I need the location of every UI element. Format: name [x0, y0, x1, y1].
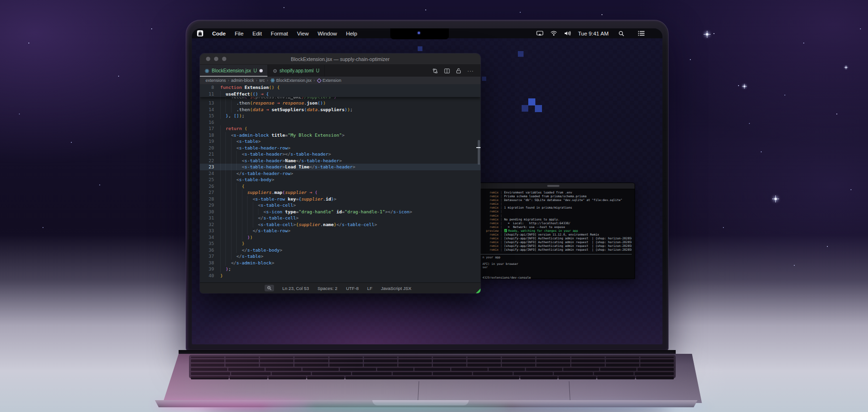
more-actions-icon[interactable]: ··· — [467, 68, 474, 74]
key — [364, 359, 397, 362]
blue-glow — [510, 404, 709, 410]
overview-ruler-marker — [476, 147, 481, 148]
git-status-badge: U — [316, 68, 319, 73]
chevron-right-icon: › — [256, 78, 258, 83]
react-icon — [270, 78, 275, 83]
key — [260, 363, 293, 367]
terminal-fragment — [482, 259, 632, 262]
key — [433, 372, 472, 375]
code-editor-window[interactable]: BlockExtension.jsx — supply-chain-optimi… — [200, 53, 481, 293]
star-sparkle — [774, 198, 777, 200]
line-number: 31 — [200, 215, 220, 221]
terminal-divider — [473, 254, 632, 254]
breadcrumb-item[interactable]: src — [259, 78, 265, 83]
terminal-fragment: API) in your browser — [482, 262, 632, 265]
code-line: 36</s-table-body> — [200, 247, 481, 254]
key — [554, 372, 593, 375]
key — [329, 359, 363, 362]
spotlight-search-icon[interactable] — [619, 31, 624, 36]
wallpaper-pixel — [482, 77, 486, 81]
volume-icon[interactable] — [564, 31, 571, 36]
terminal-fragment: ser — [482, 265, 632, 269]
keyboard-row — [191, 372, 674, 375]
menu-item-code[interactable]: Code — [212, 31, 226, 36]
editor-titlebar[interactable]: BlockExtension.jsx — supply-chain-optimi… — [200, 53, 481, 65]
key — [398, 363, 432, 367]
line-number: 23 — [200, 164, 220, 170]
breadcrumb-item[interactable]: BlockExtension.jsx — [270, 78, 312, 83]
terminal-line: remix| ➜ Local: http://localhost:64330/ — [480, 221, 632, 225]
menu-item-edit[interactable]: Edit — [252, 31, 262, 36]
screen-mirroring-icon[interactable] — [536, 31, 543, 36]
menu-item-file[interactable]: File — [235, 31, 244, 36]
terminal-titlebar[interactable] — [473, 183, 635, 189]
code-line: fetch(`${process.env.…_URL}/suppliers`) — [200, 96, 481, 100]
code-line: 35} — [200, 240, 481, 247]
editor-scrollbar[interactable] — [478, 140, 480, 165]
key — [600, 368, 636, 371]
gear-icon — [273, 69, 277, 73]
key — [225, 356, 259, 358]
modified-dot — [259, 69, 263, 72]
split-editor-icon[interactable] — [444, 68, 450, 74]
key — [640, 363, 674, 367]
list-menu-icon[interactable] — [638, 31, 645, 36]
terminal-line: remix|[shopify-api/INFO] version 11.12.0… — [480, 233, 632, 237]
chevron-right-icon: › — [228, 78, 229, 83]
menu-item-format[interactable]: Format — [271, 31, 288, 36]
menu-item-help[interactable]: Help — [346, 31, 357, 36]
tab-shopify.app.toml[interactable]: shopify.app.tomlU — [268, 65, 325, 77]
line-number: 16 — [200, 119, 220, 126]
line-number: 13 — [200, 100, 220, 106]
key — [414, 368, 451, 371]
key — [571, 356, 605, 358]
key — [467, 359, 501, 362]
breadcrumb-item[interactable]: extensions — [206, 78, 226, 83]
key — [597, 376, 635, 379]
terminal-window[interactable]: remix|Environment variables loaded from … — [473, 183, 635, 279]
keyboard-row — [191, 359, 674, 362]
terminal-output: remix|Environment variables loaded from … — [473, 189, 635, 279]
line-number: 37 — [200, 253, 220, 260]
terminal-line: remix|No pending migrations to apply. — [480, 218, 632, 221]
line-number: 8 — [200, 84, 220, 91]
breadcrumb-item[interactable]: Extension — [317, 78, 342, 83]
menu-item-window[interactable]: Window — [318, 31, 337, 36]
laptop-display: CodeFileEditFormatViewWindowHelp Tue 9:4… — [192, 28, 662, 344]
notch-glint — [418, 32, 420, 34]
breadcrumb-item[interactable]: admin-block — [231, 78, 254, 83]
tab-BlockExtension.jsx[interactable]: BlockExtension.jsxU — [200, 65, 268, 77]
key — [191, 376, 229, 379]
code-line: 34)) — [200, 234, 481, 241]
keyboard-row — [191, 376, 674, 379]
chevron-right-icon: › — [267, 78, 268, 83]
wallpaper-pixel — [535, 105, 542, 112]
key — [559, 376, 596, 379]
key — [636, 376, 674, 379]
terminal-fragment — [482, 269, 632, 272]
clipped-code-line: fetch(`${process.env.…_URL}/suppliers`) — [200, 96, 481, 100]
breadcrumb[interactable]: extensions›admin-block›src›BlockExtensio… — [200, 77, 481, 84]
key — [536, 356, 570, 358]
line-number: 32 — [200, 221, 220, 228]
line-number: 34 — [200, 234, 220, 241]
key — [606, 356, 639, 358]
window-title: BlockExtension.jsx — supply-chain-optimi… — [200, 56, 481, 62]
key — [228, 368, 265, 371]
shopify-bag-icon[interactable] — [197, 30, 203, 36]
key — [433, 356, 466, 358]
terminal-line: remix| — [480, 214, 632, 218]
key — [191, 363, 224, 367]
key — [393, 372, 432, 375]
terminal-fragment — [482, 272, 632, 275]
code-line: 20<s-table-header-row> — [200, 145, 481, 151]
lock-icon[interactable] — [456, 68, 461, 74]
wifi-icon[interactable] — [550, 31, 557, 36]
code-area[interactable]: 8function Extension() {11useEffect(() ⇒ … — [200, 84, 481, 283]
open-changes-icon[interactable] — [432, 68, 438, 74]
key — [191, 359, 224, 362]
line-number: 30 — [200, 209, 220, 215]
menu-item-view[interactable]: View — [297, 31, 309, 36]
menu-bar-clock[interactable]: Tue 9:41 AM — [578, 31, 609, 36]
key — [502, 359, 535, 362]
